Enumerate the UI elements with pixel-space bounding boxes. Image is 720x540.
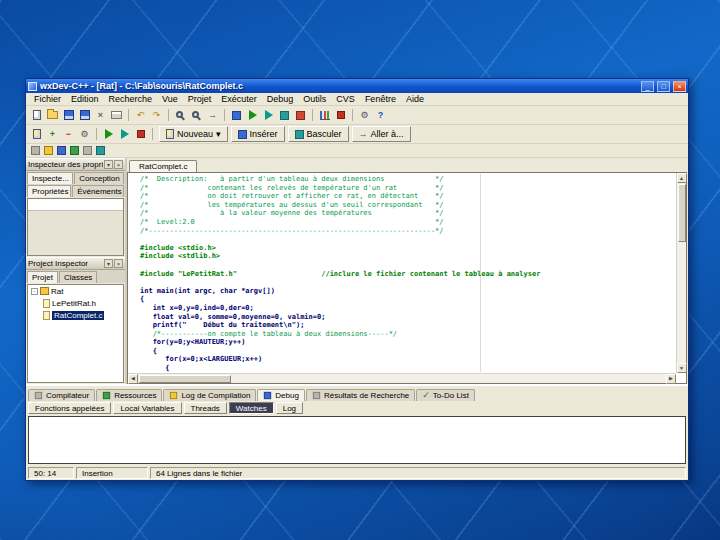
save-all-icon[interactable] <box>77 108 92 122</box>
continue-icon[interactable] <box>117 127 132 141</box>
redo-icon[interactable]: ↷ <box>149 108 164 122</box>
menu-item-aide[interactable]: Aide <box>401 94 429 104</box>
tab-ressources[interactable]: Ressources <box>96 389 162 401</box>
pane-close-icon[interactable]: × <box>114 259 123 268</box>
menu-item-outils[interactable]: Outils <box>298 94 331 104</box>
window-titlebar[interactable]: wxDev-C++ - [Rat] - C:\Fab\souris\RatCom… <box>26 79 688 93</box>
tab-inspecteur[interactable]: Inspecte... <box>27 172 73 184</box>
tab-log-compilation[interactable]: Log de Compilation <box>163 389 256 401</box>
horizontal-scroll-thumb[interactable] <box>139 375 231 383</box>
code-area: /* Description: à partir d'un tableau à … <box>128 175 675 372</box>
aller-button[interactable]: → Aller à... <box>352 126 411 142</box>
options-gear-icon[interactable]: ⚙ <box>357 108 372 122</box>
tab-conception[interactable]: Conception <box>74 172 124 184</box>
menu-item-projet[interactable]: Projet <box>183 94 217 104</box>
tab-classes[interactable]: Classes <box>59 271 97 283</box>
menu-item-fenetre[interactable]: Fenêtre <box>360 94 401 104</box>
rebuild-all-icon[interactable] <box>277 108 292 122</box>
new-project-icon[interactable] <box>29 127 44 141</box>
nouveau-button[interactable]: Nouveau ▾ <box>159 126 228 142</box>
minimize-button[interactable]: _ <box>641 81 654 92</box>
vertical-scrollbar[interactable]: ▲ ▼ <box>676 173 686 373</box>
new-file-icon[interactable] <box>29 108 44 122</box>
restore-button[interactable]: □ <box>657 81 670 92</box>
horizontal-scrollbar[interactable]: ◀ ▶ <box>128 373 676 383</box>
menu-item-cvs[interactable]: CVS <box>331 94 360 104</box>
tree-item-lepetitrat-h[interactable]: LePetitRat.h <box>28 297 123 309</box>
menu-item-vue[interactable]: Vue <box>157 94 183 104</box>
tree-item-ratcomplet-c[interactable]: RatComplet.c <box>28 309 123 321</box>
save-file-icon[interactable] <box>61 108 76 122</box>
tab-evenements[interactable]: Événements <box>72 185 124 197</box>
scroll-left-icon[interactable]: ◀ <box>128 374 138 384</box>
editor-tab-ratcomplet[interactable]: RatComplet.c <box>129 160 197 172</box>
tree-item-project-rat[interactable]: - Rat <box>28 285 123 297</box>
tab-projet[interactable]: Projet <box>27 271 58 283</box>
menu-item-executer[interactable]: Exécuter <box>216 94 262 104</box>
project-explorer-icon[interactable] <box>29 145 41 156</box>
scroll-down-icon[interactable]: ▼ <box>677 363 687 373</box>
status-insert-mode: Insertion <box>76 467 148 479</box>
basculer-label: Basculer <box>307 129 342 139</box>
output-panel-icon[interactable] <box>55 145 67 156</box>
tree-expander-icon[interactable]: - <box>31 288 38 295</box>
split-view-icon[interactable] <box>81 145 93 156</box>
open-file-icon[interactable] <box>45 108 60 122</box>
pane-collapse-icon[interactable]: ▾ <box>104 160 113 169</box>
report-panel: Compilateur Ressources Log de Compilatio… <box>26 384 688 466</box>
replace-icon[interactable] <box>189 108 204 122</box>
debug-output-area[interactable] <box>28 416 686 464</box>
project-options-icon[interactable]: ⚙ <box>77 127 92 141</box>
report-tab-bar: Compilateur Ressources Log de Compilatio… <box>28 387 686 401</box>
goto-line-icon[interactable]: → <box>205 108 220 122</box>
help-icon[interactable]: ? <box>373 108 388 122</box>
scroll-up-icon[interactable]: ▲ <box>677 173 687 183</box>
debug-run-icon[interactable] <box>293 108 308 122</box>
menu-item-edition[interactable]: Edition <box>66 94 104 104</box>
close-file-icon[interactable]: × <box>93 108 108 122</box>
stop-execution-icon[interactable] <box>133 127 148 141</box>
tab-proprietes[interactable]: Propriétés <box>27 185 71 197</box>
close-button[interactable]: × <box>673 81 686 92</box>
property-grid[interactable] <box>27 198 124 256</box>
bookmark-icon[interactable] <box>68 145 80 156</box>
tab-resultats-recherche[interactable]: Résultats de Recherche <box>306 389 415 401</box>
debug-start-icon[interactable] <box>101 127 116 141</box>
tab-debug[interactable]: Debug <box>257 389 305 401</box>
inserer-button[interactable]: Insérer <box>231 126 285 142</box>
code-editor[interactable]: /* Description: à partir d'un tableau à … <box>127 172 687 384</box>
scroll-right-icon[interactable]: ▶ <box>666 374 676 384</box>
compile-run-icon[interactable] <box>261 108 276 122</box>
tab-log[interactable]: Log <box>276 402 303 414</box>
fullscreen-icon[interactable] <box>94 145 106 156</box>
pane-collapse-icon[interactable]: ▾ <box>104 259 113 268</box>
class-browser-icon[interactable] <box>42 145 54 156</box>
tab-compilateur[interactable]: Compilateur <box>28 389 95 401</box>
menu-item-debug[interactable]: Debug <box>262 94 299 104</box>
stop-icon[interactable] <box>333 108 348 122</box>
tab-fonctions-appelees[interactable]: Fonctions appelées <box>28 402 111 414</box>
undo-icon[interactable]: ↶ <box>133 108 148 122</box>
tree-label-selected: RatComplet.c <box>52 311 104 320</box>
run-icon[interactable] <box>245 108 260 122</box>
tab-compilateur-label: Compilateur <box>46 391 89 400</box>
property-subtab-bar: Propriétés Événements <box>26 184 125 197</box>
vertical-scroll-thumb[interactable] <box>678 184 686 242</box>
compile-icon[interactable] <box>229 108 244 122</box>
new-source-icon <box>166 129 174 139</box>
find-icon[interactable] <box>173 108 188 122</box>
menu-item-recherche[interactable]: Recherche <box>104 94 158 104</box>
pane-close-icon[interactable]: × <box>114 160 123 169</box>
tab-debug-label: Debug <box>275 391 299 400</box>
print-icon[interactable] <box>109 108 124 122</box>
profile-icon[interactable] <box>317 108 332 122</box>
add-to-project-icon[interactable]: + <box>45 127 60 141</box>
code-line: /* les températures au dessus d'un seuil… <box>140 201 675 210</box>
tab-local-variables[interactable]: Local Variables <box>113 402 181 414</box>
tab-todo[interactable]: ✓ To-Do List <box>416 389 475 401</box>
tab-watches[interactable]: Watches <box>229 402 274 414</box>
basculer-button[interactable]: Basculer <box>288 126 349 142</box>
tab-threads[interactable]: Threads <box>184 402 227 414</box>
remove-from-project-icon[interactable]: − <box>61 127 76 141</box>
menu-item-fichier[interactable]: Fichier <box>29 94 66 104</box>
